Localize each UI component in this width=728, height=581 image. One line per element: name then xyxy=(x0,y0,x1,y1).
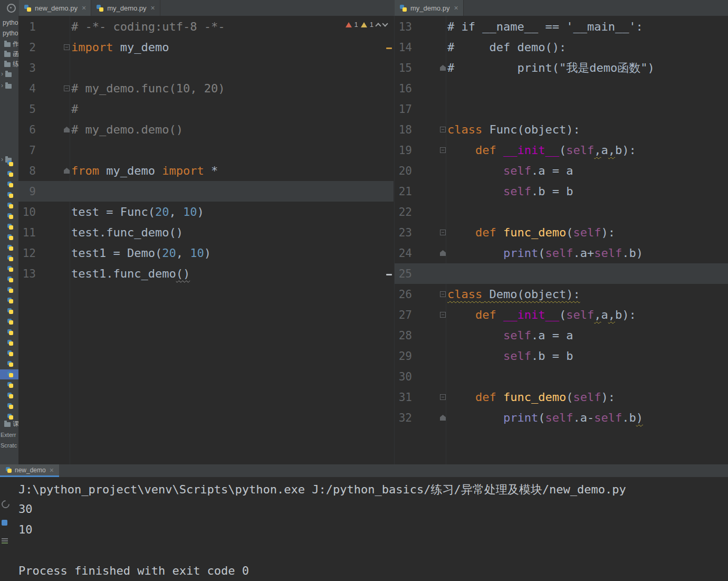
prev-issue-icon[interactable] xyxy=(375,23,381,28)
tree-item-Exterr[interactable]: Exterr xyxy=(1,430,16,440)
console-output[interactable]: J:\python_project\venv\Scripts\python.ex… xyxy=(0,478,728,581)
project-file-item[interactable] xyxy=(0,179,18,189)
run-tab[interactable]: new_demo × xyxy=(0,464,59,477)
project-file-item[interactable] xyxy=(0,306,18,316)
project-file-item[interactable] xyxy=(0,317,18,327)
code-line-23[interactable]: 23 def func_demo(self): xyxy=(395,222,728,243)
gutter[interactable]: 7 xyxy=(18,140,71,160)
tree-item[interactable]: › xyxy=(1,81,12,90)
fold-marker[interactable] xyxy=(440,312,446,318)
project-file-item[interactable] xyxy=(0,222,18,232)
next-issue-icon[interactable] xyxy=(382,21,388,26)
code-line-31[interactable]: 31 def func_demo(self): xyxy=(395,387,728,407)
stripe-mark[interactable] xyxy=(386,47,392,49)
gutter[interactable]: 4 xyxy=(18,78,71,99)
project-file-item[interactable] xyxy=(0,401,18,411)
gutter[interactable]: 30 xyxy=(395,366,447,387)
gutter[interactable]: 2 xyxy=(18,37,71,58)
code-line-32[interactable]: 32 print(self.a-self.b) xyxy=(395,407,728,428)
project-file-item[interactable] xyxy=(0,243,18,253)
gutter[interactable]: 21 xyxy=(395,181,447,202)
fold-marker[interactable] xyxy=(64,168,70,174)
code-line-5[interactable]: 5# xyxy=(18,99,394,119)
close-icon[interactable]: × xyxy=(151,4,155,12)
project-file-item[interactable] xyxy=(0,253,18,263)
project-file-item[interactable] xyxy=(0,380,18,390)
project-file-item[interactable] xyxy=(0,369,18,379)
project-file-item[interactable] xyxy=(0,327,18,337)
project-file-item[interactable] xyxy=(0,296,18,306)
code-line-12[interactable]: 12test1 = Demo(20, 10) xyxy=(18,243,394,263)
code-line-20[interactable]: 20 self.a = a xyxy=(395,160,728,181)
tab-new_demo.py[interactable]: new_demo.py× xyxy=(19,0,91,16)
gutter[interactable]: 3 xyxy=(18,58,71,78)
gutter[interactable]: 13 xyxy=(18,263,71,284)
tree-item-Scratc[interactable]: Scratc xyxy=(1,441,17,450)
close-icon[interactable]: × xyxy=(50,466,54,474)
gutter[interactable]: 6 xyxy=(18,119,71,140)
code-line-13[interactable]: 13test1.func_demo() xyxy=(18,263,394,284)
code-line-21[interactable]: 21 self.b = b xyxy=(395,181,728,202)
project-tree-strip[interactable]: pythopytho作函练›››课ExterrScratc xyxy=(0,16,19,464)
gutter[interactable]: 25 xyxy=(395,263,447,284)
gutter[interactable]: 11 xyxy=(18,222,71,243)
target-icon[interactable] xyxy=(7,4,16,13)
editor-pane-left[interactable]: 1# -*- coding:utf-8 -*-2import my_demo34… xyxy=(18,16,394,464)
fold-marker[interactable] xyxy=(440,230,446,235)
code-line-19[interactable]: 19 def __init__(self,a,b): xyxy=(395,140,728,160)
fold-marker[interactable] xyxy=(64,85,70,91)
gutter[interactable]: 19 xyxy=(395,140,447,160)
code-line-13[interactable]: 13# if __name__ == '__main__': xyxy=(395,16,728,37)
tree-item-练[interactable]: 练 xyxy=(4,59,19,69)
gutter[interactable]: 12 xyxy=(18,243,71,263)
gutter[interactable]: 32 xyxy=(395,407,447,428)
gutter[interactable]: 27 xyxy=(395,304,447,325)
code-line-2[interactable]: 2import my_demo xyxy=(18,37,394,58)
gutter[interactable]: 24 xyxy=(395,243,447,263)
gutter[interactable]: 31 xyxy=(395,387,447,407)
gutter[interactable]: 13 xyxy=(395,16,447,37)
fold-marker[interactable] xyxy=(64,44,70,50)
code-line-24[interactable]: 24 print(self.a+self.b) xyxy=(395,243,728,263)
gutter[interactable]: 8 xyxy=(18,160,71,181)
code-line-11[interactable]: 11test.func_demo() xyxy=(18,222,394,243)
code-line-1[interactable]: 1# -*- coding:utf-8 -*- xyxy=(18,16,394,37)
stripe-mark[interactable] xyxy=(386,274,392,275)
project-file-item[interactable] xyxy=(0,232,18,242)
code-line-8[interactable]: 8from my_demo import * xyxy=(18,160,394,181)
gutter[interactable]: 14 xyxy=(395,37,447,58)
gutter[interactable]: 28 xyxy=(395,325,447,346)
code-line-26[interactable]: 26class Demo(object): xyxy=(395,284,728,304)
project-file-item[interactable] xyxy=(0,264,18,274)
tree-item-作[interactable]: 作 xyxy=(4,39,19,49)
gutter[interactable]: 10 xyxy=(18,202,71,222)
project-file-item[interactable] xyxy=(0,390,18,401)
gutter[interactable]: 23 xyxy=(395,222,447,243)
tree-item[interactable]: › xyxy=(1,69,12,79)
project-file-item[interactable] xyxy=(0,211,18,221)
project-file-item[interactable] xyxy=(0,285,18,295)
code-line-4[interactable]: 4# my_demo.func(10, 20) xyxy=(18,78,394,99)
code-line-25[interactable]: 25 xyxy=(395,263,728,284)
gutter[interactable]: 26 xyxy=(395,284,447,304)
fold-marker[interactable] xyxy=(440,394,446,400)
project-file-item[interactable] xyxy=(0,190,18,200)
fold-marker[interactable] xyxy=(440,127,446,132)
project-file-item[interactable] xyxy=(0,348,18,358)
fold-marker[interactable] xyxy=(440,250,446,256)
code-line-10[interactable]: 10test = Func(20, 10) xyxy=(18,202,394,222)
inspection-widget[interactable]: 1 1 xyxy=(346,21,387,28)
tree-item-pytho[interactable]: pytho xyxy=(3,28,18,38)
gutter[interactable]: 16 xyxy=(395,78,447,99)
code-line-15[interactable]: 15# print("我是demo函数") xyxy=(395,58,728,78)
code-line-6[interactable]: 6# my_demo.demo() xyxy=(18,119,394,140)
chevron-right-icon[interactable]: › xyxy=(1,71,3,77)
project-file-item[interactable] xyxy=(0,338,18,348)
code-line-29[interactable]: 29 self.b = b xyxy=(395,346,728,366)
gutter[interactable]: 17 xyxy=(395,99,447,119)
code-line-7[interactable]: 7 xyxy=(18,140,394,160)
fold-marker[interactable] xyxy=(440,147,446,153)
code-line-18[interactable]: 18class Func(object): xyxy=(395,119,728,140)
tree-item-函[interactable]: 函 xyxy=(4,49,19,59)
project-file-item[interactable] xyxy=(0,158,18,168)
